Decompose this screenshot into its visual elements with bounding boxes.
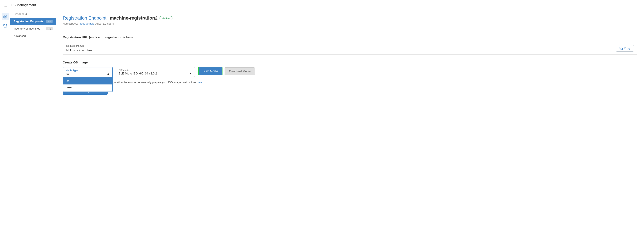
os-version-label: OS Version	[118, 69, 192, 71]
os-version-value-row: SLE Micro ISO x86_64 v2.0.2 ▼	[118, 72, 192, 75]
divider-1	[63, 31, 637, 31]
url-section-title: Registration URL (ends with registration…	[63, 35, 637, 39]
home-icon[interactable]	[2, 13, 9, 20]
os-version-dropdown[interactable]: OS Version SLE Micro ISO x86_64 v2.0.2 ▼	[116, 67, 195, 77]
namespace-link[interactable]: fleet-default	[80, 22, 94, 25]
shirt-icon[interactable]	[2, 23, 9, 30]
page-header: Registration Endpoint: machine-registrat…	[63, 16, 637, 21]
url-box: Registration URL https://rancher Copy	[63, 42, 637, 55]
sidebar-item-inventory-of-machines[interactable]: Inventory of Machines ⇄0	[10, 25, 56, 32]
os-version-select-box[interactable]: OS Version SLE Micro ISO x86_64 v2.0.2 ▼	[116, 67, 195, 77]
hamburger-icon[interactable]: ☰	[4, 3, 8, 8]
age-label: Age:	[95, 22, 101, 25]
page-title-label: Registration Endpoint:	[63, 16, 108, 21]
advanced-chevron-icon: ›	[52, 35, 52, 38]
create-os-section: Create OS image Media Type Iso ▲ Iso	[63, 61, 637, 95]
download-media-button[interactable]: Download Media	[224, 67, 255, 75]
build-media-button[interactable]: Build Media	[198, 67, 222, 75]
namespace-label: Namespace:	[63, 22, 78, 25]
instructions-text: Download the Registration Endpoint Confi…	[63, 81, 637, 84]
dropdown-item-iso[interactable]: Iso	[63, 77, 112, 84]
top-bar: ☰ OS Management	[0, 0, 644, 11]
status-badge: Active	[160, 16, 172, 20]
media-type-label: Media Type	[66, 69, 110, 72]
media-type-dropdown-menu: Iso Raw	[63, 77, 112, 92]
instructions-link[interactable]: here	[197, 81, 202, 84]
sidebar-item-advanced[interactable]: Advanced ›	[10, 32, 56, 40]
copy-icon	[620, 47, 623, 50]
url-value: https://rancher	[66, 49, 92, 52]
action-buttons: Build Media Download Media	[198, 67, 255, 75]
os-controls: Media Type Iso ▲ Iso Raw	[63, 67, 637, 77]
main-content: Registration Endpoint: machine-registrat…	[56, 11, 644, 233]
sidebar: Dashboard Registration Endpoints ⇄1 Inve…	[10, 11, 56, 233]
app-title: OS Management	[11, 3, 36, 7]
chevron-down-icon: ▼	[189, 72, 192, 75]
url-label: Registration URL	[66, 45, 92, 48]
registration-endpoints-badge: ⇄1	[46, 20, 52, 23]
url-content: Registration URL https://rancher	[66, 45, 92, 52]
chevron-up-icon: ▲	[107, 72, 110, 75]
icon-column	[0, 11, 10, 233]
media-type-value-row: Iso ▲	[66, 72, 110, 75]
create-os-title: Create OS image	[63, 61, 637, 64]
media-type-dropdown[interactable]: Media Type Iso ▲ Iso Raw	[63, 67, 112, 77]
inventory-badge: ⇄0	[46, 27, 52, 30]
media-type-select-box[interactable]: Media Type Iso ▲	[63, 67, 112, 77]
page-title-name: machine-registration2	[110, 16, 158, 21]
sidebar-item-registration-endpoints[interactable]: Registration Endpoints ⇄1	[10, 18, 56, 25]
dropdown-item-raw[interactable]: Raw	[63, 84, 112, 92]
age-value: 1.9 hours	[102, 22, 114, 25]
svg-rect-0	[621, 48, 622, 50]
sidebar-item-dashboard[interactable]: Dashboard	[10, 11, 56, 18]
page-meta: Namespace: fleet-default Age: 1.9 hours	[63, 22, 637, 25]
copy-button[interactable]: Copy	[616, 45, 634, 52]
